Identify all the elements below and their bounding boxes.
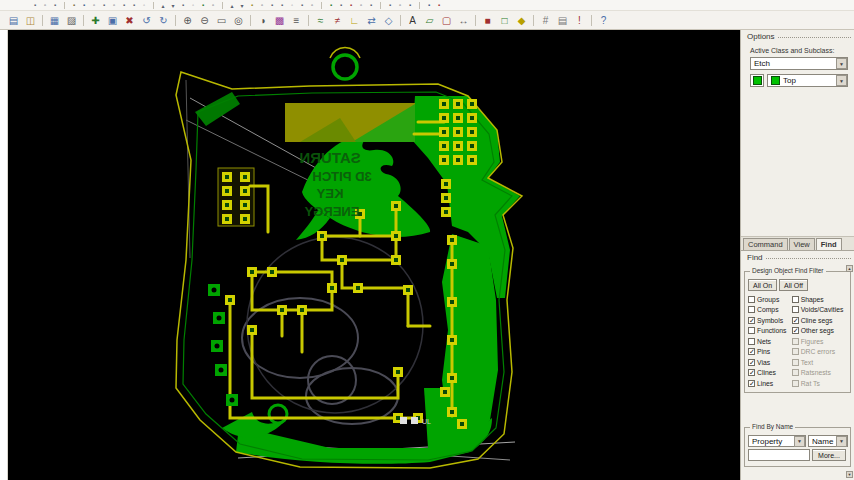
layer-top-mini-icon[interactable]: ▴ [227, 1, 237, 9]
checkbox-nets[interactable] [748, 338, 755, 345]
find-filter-vias[interactable]: ✓Vias [748, 357, 792, 368]
highlight-mini-icon[interactable]: ▪ [247, 1, 257, 9]
checkbox-cline-segs[interactable]: ✓ [792, 317, 799, 324]
find-filter-cline-segs[interactable]: ✓Cline segs [792, 315, 848, 326]
pin-info-mini-icon[interactable]: ▪ [336, 1, 346, 9]
lock-icon[interactable]: ◆ [513, 13, 530, 28]
status-icon[interactable]: ! [571, 13, 588, 28]
find-filter-lines[interactable]: ✓Lines [748, 378, 792, 389]
layers-icon[interactable]: ≡ [288, 13, 305, 28]
status-mini-icon[interactable]: ▪ [434, 1, 444, 9]
file-new-icon[interactable]: ▤ [5, 13, 22, 28]
chevron-down-icon[interactable]: ▼ [836, 58, 847, 69]
update-mini-icon[interactable]: ▫ [356, 1, 366, 9]
grid-mini-icon[interactable]: ▫ [307, 1, 317, 9]
checkbox-ratsnests[interactable] [792, 369, 799, 376]
zoom-out-icon[interactable]: ⊖ [196, 13, 213, 28]
find-panel-scrollbar[interactable]: ▲ ▼ [846, 265, 853, 478]
tab-find[interactable]: Find [816, 238, 842, 250]
unrats-all-icon[interactable]: ≠ [329, 13, 346, 28]
find-by-property-dropdown[interactable]: Property ▼ [748, 435, 806, 447]
subclass-color-button[interactable] [750, 74, 764, 87]
checkbox-symbols[interactable]: ✓ [748, 317, 755, 324]
measure-mini-icon[interactable]: ▪ [267, 1, 277, 9]
file-save-icon[interactable]: ▦ [46, 13, 63, 28]
shadow-mini-icon[interactable]: ▫ [208, 1, 218, 9]
grid-toggle-icon[interactable]: # [537, 13, 554, 28]
net-info-mini-icon[interactable]: ▪ [326, 1, 336, 9]
shadow-mode-icon[interactable]: ◑ [254, 13, 271, 28]
move-icon[interactable]: ✚ [87, 13, 104, 28]
find-panel-header[interactable]: Find [741, 251, 854, 264]
all-on-button[interactable]: All On [748, 279, 777, 291]
find-filter-groups[interactable]: Groups [748, 294, 792, 305]
options-panel-header[interactable]: Options [741, 30, 854, 43]
shape-void-icon[interactable]: ▢ [438, 13, 455, 28]
ortho-mini-icon[interactable]: ▪ [405, 1, 415, 9]
open-mini-icon[interactable]: ▪ [69, 1, 79, 9]
zoom-in-icon[interactable]: ⊕ [179, 13, 196, 28]
find-name-input[interactable] [748, 449, 810, 461]
zoom-fit-icon[interactable]: ▭ [213, 13, 230, 28]
zoom-fit-mini-icon[interactable]: ▪ [178, 1, 188, 9]
rats-all-icon[interactable]: ≈ [312, 13, 329, 28]
file-open-icon[interactable]: ◫ [22, 13, 39, 28]
print-mini-icon[interactable]: ▫ [89, 1, 99, 9]
dehighlight-mini-icon[interactable]: ▫ [257, 1, 267, 9]
find-filter-other-segs[interactable]: ✓Other segs [792, 326, 848, 337]
checkbox-drc-errors[interactable] [792, 348, 799, 355]
copy-icon[interactable]: ▣ [104, 13, 121, 28]
find-filter-voids-cavities[interactable]: Voids/Cavities [792, 305, 848, 316]
add-text-icon[interactable]: A [404, 13, 421, 28]
fix-icon[interactable]: ■ [479, 13, 496, 28]
zoom-prev-mini-icon[interactable]: ◦ [188, 1, 198, 9]
angle-mini-icon[interactable]: ▫ [395, 1, 405, 9]
checkbox-comps[interactable] [748, 306, 755, 313]
plot-mini-icon[interactable]: ▪ [99, 1, 109, 9]
help-icon[interactable]: ? [595, 13, 612, 28]
find-filter-shapes[interactable]: Shapes [792, 294, 848, 305]
add-connect-icon[interactable]: ∟ [346, 13, 363, 28]
undo-mini-icon[interactable]: ◦ [139, 1, 149, 9]
unfix-icon[interactable]: □ [496, 13, 513, 28]
checkbox-vias[interactable]: ✓ [748, 359, 755, 366]
checkbox-clines[interactable]: ✓ [748, 369, 755, 376]
redo-icon[interactable]: ↻ [155, 13, 172, 28]
scroll-down-icon[interactable]: ▼ [846, 471, 853, 478]
scroll-up-icon[interactable]: ▲ [846, 265, 853, 272]
class-dropdown[interactable]: Etch ▼ [750, 57, 848, 70]
save-mini-icon[interactable]: ▪ [79, 1, 89, 9]
find-filter-pins[interactable]: ✓Pins [748, 347, 792, 358]
pcb-drawing[interactable]: SATURN 3D PITCH KEY ENERGY UL [8, 30, 740, 480]
console-mini-icon[interactable]: ▪ [297, 1, 307, 9]
redraw-mini-icon[interactable]: ▪ [198, 1, 208, 9]
find-filter-rat-ts[interactable]: Rat Ts [792, 378, 848, 389]
redraw-icon[interactable]: ◎ [230, 13, 247, 28]
slide-icon[interactable]: ⇄ [363, 13, 380, 28]
refresh-mini-icon[interactable]: ▪ [366, 1, 376, 9]
chevron-down-icon[interactable]: ▼ [794, 436, 805, 447]
checkbox-rat-ts[interactable] [792, 380, 799, 387]
find-filter-ratsnests[interactable]: Ratsnests [792, 368, 848, 379]
checkbox-groups[interactable] [748, 296, 755, 303]
find-filter-figures[interactable]: Figures [792, 336, 848, 347]
layer-bottom-mini-icon[interactable]: ▾ [237, 1, 247, 9]
find-by-name-dropdown[interactable]: Name ▼ [808, 435, 848, 447]
select-icon[interactable]: ▪ [30, 1, 40, 9]
delete-icon[interactable]: ✖ [121, 13, 138, 28]
shape-add-icon[interactable]: ▱ [421, 13, 438, 28]
tab-view[interactable]: View [789, 238, 815, 250]
snap-mini-icon[interactable]: ▪ [385, 1, 395, 9]
more-button[interactable]: More... [812, 449, 846, 461]
zoom-out-mini-icon[interactable]: ▾ [168, 1, 178, 9]
find-filter-symbols[interactable]: ✓Symbols [748, 315, 792, 326]
pan-icon[interactable]: ▫ [40, 1, 50, 9]
edit-vertex-icon[interactable]: ◇ [380, 13, 397, 28]
cross-section-icon[interactable]: ▤ [554, 13, 571, 28]
design-canvas[interactable]: SATURN 3D PITCH KEY ENERGY UL [8, 30, 740, 480]
find-filter-text[interactable]: Text [792, 357, 848, 368]
paste-mini-icon[interactable]: ▪ [129, 1, 139, 9]
dimension-icon[interactable]: ↔ [455, 13, 472, 28]
checkbox-functions[interactable] [748, 327, 755, 334]
find-filter-comps[interactable]: Comps [748, 305, 792, 316]
